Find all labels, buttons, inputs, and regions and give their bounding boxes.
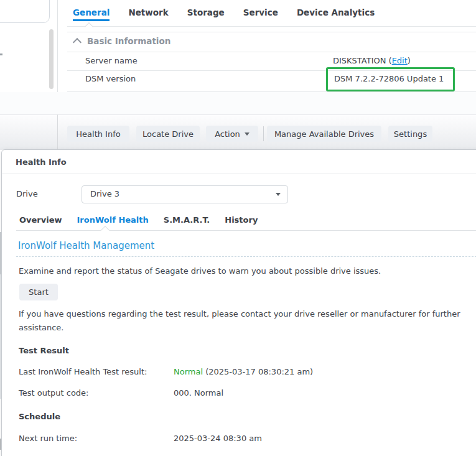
row-line: [67, 52, 476, 52]
next-run-label: Next run time:: [19, 434, 77, 443]
panel-divider: [57, 0, 58, 92]
output-code-label: Test output code:: [19, 388, 88, 398]
dsm-version-label: DSM version: [85, 74, 136, 83]
tab-history[interactable]: History: [225, 215, 258, 225]
tab-general[interactable]: General: [73, 7, 110, 17]
settings-button[interactable]: Settings: [388, 126, 432, 142]
start-button[interactable]: Start: [19, 284, 58, 300]
toolbar-left-divider: [57, 114, 58, 149]
active-tab-notch: [101, 226, 110, 235]
button-label: Settings: [394, 129, 427, 139]
background-window-edge: [0, 232, 1, 274]
tab-ironwolf-health[interactable]: IronWolf Health: [77, 215, 149, 225]
section-top-line: [67, 32, 476, 32]
schedule-heading: Schedule: [19, 412, 60, 421]
toolbar-separator: [263, 126, 264, 141]
tab-overview[interactable]: Overview: [19, 215, 62, 225]
button-label: Locate Drive: [142, 129, 194, 139]
scrollbar-thumb[interactable]: [49, 29, 54, 89]
button-label: Action: [215, 129, 240, 139]
locate-drive-button[interactable]: Locate Drive: [136, 126, 200, 142]
basic-information-header[interactable]: Basic Information: [74, 36, 170, 46]
drive-label: Drive: [16, 189, 38, 198]
last-test-label: Last IronWolf Health Test result:: [19, 367, 147, 376]
dialog-tabs: Overview IronWolf Health S.M.A.R.T. Hist…: [19, 215, 258, 225]
button-label: Manage Available Drives: [274, 129, 374, 139]
dialog-title: Health Info: [16, 157, 67, 167]
edit-link[interactable]: Edit: [392, 56, 408, 65]
occluded-text-fragment: [0, 54, 2, 55]
last-test-timestamp: (2025-03-17 08:30:21 am): [203, 367, 313, 376]
caret-down-icon: [245, 133, 250, 136]
tab-storage[interactable]: Storage: [187, 7, 225, 17]
dashed-divider: [16, 256, 476, 257]
collapse-chevron-icon[interactable]: [73, 38, 82, 47]
partial-input-box[interactable]: [0, 0, 50, 23]
tab-network[interactable]: Network: [128, 7, 168, 17]
section-title: Basic Information: [87, 36, 170, 46]
note-text: If you have questions regarding the test…: [19, 307, 476, 335]
server-name-label: Server name: [85, 56, 138, 65]
green-highlight-box: [326, 67, 455, 91]
tab-service[interactable]: Service: [243, 7, 278, 17]
screen: General Network Storage Service Device A…: [0, 0, 476, 456]
caret-down-icon: [276, 193, 281, 196]
ironwolf-heading: IronWolf Health Management: [18, 240, 154, 251]
health-info-button[interactable]: Health Info: [67, 126, 129, 142]
action-dropdown-button[interactable]: Action: [206, 126, 258, 142]
next-run-value: 2025-03-24 08:30 am: [174, 434, 262, 443]
active-tab-notch: [85, 22, 93, 31]
background-window-edge: [0, 439, 1, 450]
description-text: Examine and report the status of Seagate…: [19, 266, 381, 276]
tab-separator-line: [67, 26, 476, 27]
server-name-value: DISKSTATION (Edit): [333, 56, 411, 65]
status-normal: Normal: [174, 367, 203, 376]
output-code-value: 000. Normal: [174, 388, 223, 398]
dialog-tab-separator-line: [16, 230, 476, 231]
drive-select-value: Drive 3: [90, 189, 119, 198]
button-label: Start: [29, 287, 49, 297]
button-label: Health Info: [76, 129, 120, 139]
background-window-edge: [0, 274, 1, 399]
server-name-text: DISKSTATION (: [333, 56, 392, 65]
health-info-dialog: Health Info Drive Drive 3 Overview IronW…: [1, 149, 476, 456]
tab-smart[interactable]: S.M.A.R.T.: [164, 215, 210, 225]
dialog-title-divider: [2, 174, 476, 174]
control-panel-tabs: General Network Storage Service Device A…: [73, 7, 375, 17]
drive-select[interactable]: Drive 3: [82, 185, 288, 203]
manage-available-drives-button[interactable]: Manage Available Drives: [267, 126, 381, 142]
tab-device-analytics[interactable]: Device Analytics: [297, 7, 375, 17]
background-window-titlebar: ger: [0, 92, 476, 114]
server-name-text-suffix: ): [408, 56, 411, 65]
test-result-heading: Test Result: [19, 346, 69, 355]
last-test-value: Normal (2025-03-17 08:30:21 am): [174, 367, 313, 376]
